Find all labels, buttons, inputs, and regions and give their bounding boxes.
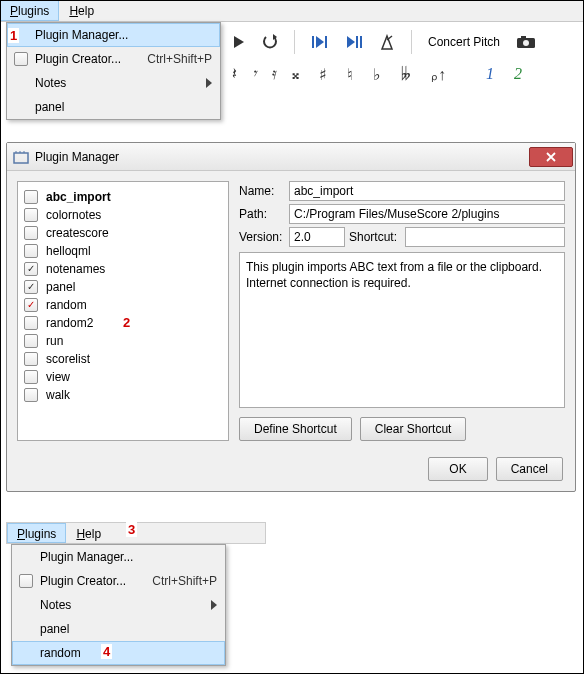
menu-item-notes-2[interactable]: Notes [12,593,225,617]
close-button[interactable] [529,147,573,167]
menu-item-notes[interactable]: Notes [7,71,220,95]
plugin-row-random[interactable]: ✓random [22,296,224,314]
define-shortcut-button[interactable]: Define Shortcut [239,417,352,441]
checkbox-icon [19,574,33,588]
plugin-label: abc_import [46,190,111,204]
plugin-label: createscore [46,226,109,240]
plugin-row-walk[interactable]: walk [22,386,224,404]
clear-shortcut-button[interactable]: Clear Shortcut [360,417,467,441]
second-instance: Plugins Help Plugin Manager... Plugin Cr… [6,522,266,666]
checkbox[interactable] [24,388,38,402]
checkbox[interactable] [24,226,38,240]
plugins-dropdown-2: Plugin Manager... Plugin Creator... Ctrl… [11,544,226,666]
natural-icon[interactable]: ♮ [347,65,353,84]
svg-rect-3 [360,36,362,48]
annotation-4: 4 [101,644,112,659]
svg-rect-0 [312,36,314,48]
concert-pitch-button[interactable]: Concert Pitch [428,35,500,49]
plugin-row-run[interactable]: run [22,332,224,350]
plugin-label: scorelist [46,352,90,366]
plugin-row-colornotes[interactable]: colornotes [22,206,224,224]
name-field[interactable] [289,181,565,201]
plugin-label: view [46,370,70,384]
menu-item-panel-2[interactable]: panel [12,617,225,641]
chevron-right-icon [211,600,217,610]
menu-item-random[interactable]: random [12,641,225,665]
plugin-label: walk [46,388,70,402]
plugin-row-abc_import[interactable]: abc_import [22,188,224,206]
plugin-list[interactable]: abc_importcolornotescreatescorehelloqml✓… [17,181,229,441]
voice-1[interactable]: 1 [486,65,494,83]
menu-item-plugin-creator[interactable]: Plugin Creator... Ctrl+Shift+P [7,47,220,71]
path-label: Path: [239,207,285,221]
version-label: Version: [239,230,285,244]
plugin-label: helloqml [46,244,91,258]
skip-end-icon[interactable] [345,35,363,49]
checkbox-icon [14,52,28,66]
path-field[interactable] [289,204,565,224]
sharp-icon[interactable]: ♯ [319,65,327,84]
flat-icon[interactable]: ♭ [373,65,381,84]
checkbox[interactable] [24,244,38,258]
cancel-button[interactable]: Cancel [496,457,563,481]
name-label: Name: [239,184,285,198]
plugin-row-panel[interactable]: ✓panel [22,278,224,296]
menu-item-plugin-creator-2[interactable]: Plugin Creator... Ctrl+Shift+P [12,569,225,593]
window-icon [13,150,29,164]
plugin-row-notenames[interactable]: ✓notenames [22,260,224,278]
checkbox[interactable] [24,208,38,222]
plugin-label: random [46,298,87,312]
rewind-icon[interactable] [311,35,329,49]
ok-button[interactable]: OK [428,457,487,481]
checkbox[interactable]: ✓ [24,262,38,276]
shortcut-field[interactable] [405,227,565,247]
annotation-1: 1 [8,28,19,43]
plugin-label: colornotes [46,208,101,222]
flip-icon[interactable]: ᵨ↑ [431,65,446,84]
svg-rect-1 [325,36,327,48]
checkbox[interactable] [24,352,38,366]
plugin-details: Name: Path: Version: Shortcut: This plug… [239,181,565,441]
toolbar: Concert Pitch [232,28,536,56]
checkbox[interactable]: ✓ [24,280,38,294]
camera-icon[interactable] [516,35,536,49]
checkbox[interactable] [24,334,38,348]
checkbox[interactable]: ✓ [24,298,38,312]
checkbox[interactable] [24,316,38,330]
plugin-row-view[interactable]: view [22,368,224,386]
checkbox[interactable] [24,370,38,384]
loop-icon[interactable] [262,34,278,50]
play-icon[interactable] [232,35,246,49]
svg-rect-8 [14,153,28,163]
close-icon [546,152,556,162]
version-field[interactable] [289,227,345,247]
description-box: This plugin imports ABC text from a file… [239,252,565,408]
plugin-row-createscore[interactable]: createscore [22,224,224,242]
metronome-icon[interactable] [379,34,395,50]
menu-help[interactable]: Help [59,0,104,21]
plugin-manager-dialog: Plugin Manager abc_importcolornotescreat… [6,142,576,492]
chevron-right-icon [206,78,212,88]
shortcut-label: Shortcut: [349,230,401,244]
menu-plugins[interactable]: Plugins [0,0,59,21]
double-flat-icon[interactable]: 𝄫 [401,65,411,83]
menu-item-plugin-manager-2[interactable]: Plugin Manager... [12,545,225,569]
menu-plugins-2[interactable]: Plugins [7,523,66,543]
plugins-dropdown-1: Plugin Manager... Plugin Creator... Ctrl… [6,22,221,120]
svg-rect-7 [521,36,526,39]
double-sharp-icon[interactable]: 𝄪 [292,65,299,83]
blank-area [320,530,570,630]
plugin-label: notenames [46,262,105,276]
voice-2[interactable]: 2 [514,65,522,83]
menu-item-plugin-manager[interactable]: Plugin Manager... [7,23,220,47]
menu-item-panel[interactable]: panel [7,95,220,119]
dialog-title: Plugin Manager [35,150,119,164]
plugin-row-scorelist[interactable]: scorelist [22,350,224,368]
annotation-3: 3 [126,522,137,537]
svg-rect-2 [356,36,358,48]
checkbox[interactable] [24,190,38,204]
svg-point-6 [523,40,529,46]
dialog-titlebar: Plugin Manager [7,143,575,171]
plugin-row-helloqml[interactable]: helloqml [22,242,224,260]
menu-help-2[interactable]: Help [66,523,111,543]
